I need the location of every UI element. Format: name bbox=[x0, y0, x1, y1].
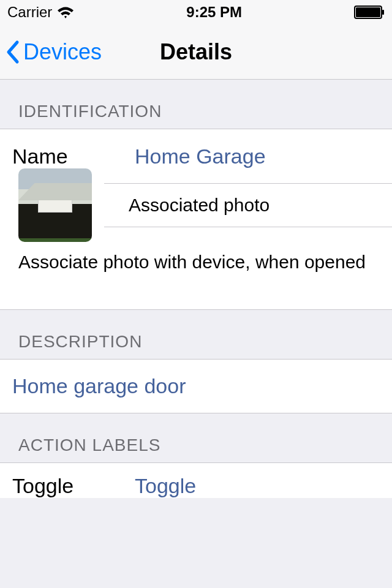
back-label: Devices bbox=[23, 39, 102, 65]
svg-rect-2 bbox=[382, 10, 384, 15]
description-section: Home garage door bbox=[0, 359, 392, 413]
status-bar: Carrier 9:25 PM bbox=[0, 0, 392, 24]
wifi-icon bbox=[57, 6, 74, 18]
device-photo-thumbnail bbox=[18, 168, 92, 242]
nav-title: Details bbox=[160, 39, 232, 65]
toggle-value: Toggle bbox=[135, 474, 196, 498]
action-labels-section: Toggle Toggle bbox=[0, 462, 392, 498]
status-right bbox=[354, 6, 385, 19]
carrier-label: Carrier bbox=[7, 4, 52, 21]
identification-header: IDENTIFICATION bbox=[0, 80, 392, 129]
name-value: Home Garage bbox=[135, 145, 266, 168]
battery-icon bbox=[354, 6, 385, 19]
name-label: Name bbox=[12, 145, 135, 168]
toggle-row[interactable]: Toggle Toggle bbox=[0, 463, 392, 498]
content: IDENTIFICATION Name Home Garage Associat… bbox=[0, 80, 392, 498]
photo-row[interactable]: Associated photo bbox=[0, 183, 392, 227]
svg-rect-1 bbox=[356, 7, 380, 17]
photo-label: Associated photo bbox=[129, 195, 270, 216]
status-left: Carrier bbox=[7, 4, 74, 21]
back-button[interactable]: Devices bbox=[5, 39, 102, 65]
description-value[interactable]: Home garage door bbox=[0, 360, 392, 413]
nav-bar: Devices Details bbox=[0, 24, 392, 80]
toggle-label: Toggle bbox=[12, 474, 135, 498]
identification-section: Name Home Garage Associated photo bbox=[0, 129, 392, 227]
description-header: DESCRIPTION bbox=[0, 310, 392, 359]
action-labels-header: ACTION LABELS bbox=[0, 413, 392, 462]
chevron-left-icon bbox=[5, 40, 20, 64]
status-time: 9:25 PM bbox=[186, 4, 242, 21]
